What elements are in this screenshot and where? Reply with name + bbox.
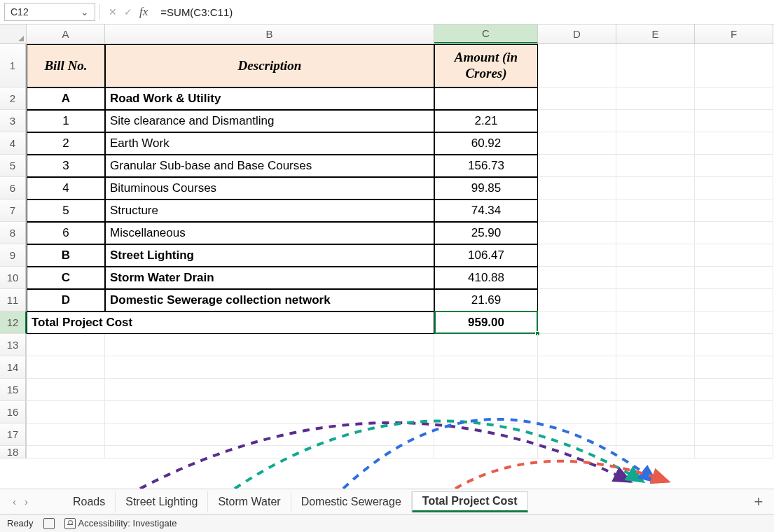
cell[interactable] bbox=[616, 132, 695, 155]
cell-amount[interactable]: 99.85 bbox=[434, 177, 538, 200]
cell[interactable] bbox=[695, 312, 773, 334]
cell[interactable] bbox=[27, 446, 105, 458]
cell-billno[interactable]: A bbox=[27, 88, 105, 110]
cell[interactable] bbox=[616, 244, 695, 267]
cell[interactable] bbox=[538, 44, 616, 88]
cell[interactable] bbox=[434, 379, 538, 401]
cell[interactable] bbox=[538, 222, 616, 244]
cell[interactable] bbox=[695, 88, 773, 110]
sheet-tab[interactable]: Domestic Sewerage bbox=[291, 491, 412, 512]
cell-billno[interactable]: 2 bbox=[27, 132, 105, 155]
total-label-cell[interactable]: Total Project Cost bbox=[27, 312, 434, 334]
name-box[interactable]: C12 ⌄ bbox=[4, 3, 95, 21]
cell[interactable] bbox=[538, 88, 616, 110]
cell[interactable] bbox=[695, 334, 773, 356]
row-header[interactable]: 15 bbox=[0, 379, 27, 401]
row-header[interactable]: 9 bbox=[0, 244, 27, 267]
cell[interactable] bbox=[695, 244, 773, 267]
row-header[interactable]: 6 bbox=[0, 177, 27, 200]
col-header-B[interactable]: B bbox=[105, 24, 434, 43]
cell-description[interactable]: Earth Work bbox=[105, 132, 434, 155]
cell-billno[interactable]: C bbox=[27, 267, 105, 289]
cell[interactable] bbox=[616, 312, 695, 334]
cell[interactable] bbox=[27, 379, 105, 401]
cell[interactable] bbox=[616, 356, 695, 379]
cell[interactable] bbox=[695, 289, 773, 312]
cell[interactable] bbox=[616, 424, 695, 446]
col-header-C[interactable]: C bbox=[434, 24, 538, 43]
cell[interactable] bbox=[105, 401, 434, 424]
cell[interactable] bbox=[695, 356, 773, 379]
cell[interactable] bbox=[616, 110, 695, 132]
cell-billno[interactable]: 6 bbox=[27, 222, 105, 244]
cell-amount[interactable]: 156.73 bbox=[434, 155, 538, 177]
row-header[interactable]: 17 bbox=[0, 424, 27, 446]
sheet-tab[interactable]: Total Project Cost bbox=[412, 491, 528, 512]
cancel-icon[interactable]: ✕ bbox=[109, 6, 117, 18]
cell-billno[interactable]: D bbox=[27, 289, 105, 312]
prev-sheet-icon[interactable]: ‹ bbox=[13, 496, 16, 507]
cell-billno[interactable]: 4 bbox=[27, 177, 105, 200]
cell[interactable] bbox=[105, 356, 434, 379]
col-header-A[interactable]: A bbox=[27, 24, 105, 43]
cell-description[interactable]: Domestic Sewerage collection network bbox=[105, 289, 434, 312]
row-header[interactable]: 13 bbox=[0, 334, 27, 356]
cell[interactable] bbox=[538, 312, 616, 334]
enter-check-icon[interactable]: ✓ bbox=[124, 6, 132, 18]
cell[interactable] bbox=[616, 334, 695, 356]
cell-amount[interactable]: 2.21 bbox=[434, 110, 538, 132]
sheet-tab[interactable]: Street Lighting bbox=[116, 491, 208, 512]
cell-billno[interactable]: 5 bbox=[27, 200, 105, 222]
cell-amount[interactable]: 106.47 bbox=[434, 244, 538, 267]
cell[interactable] bbox=[538, 424, 616, 446]
chevron-down-icon[interactable]: ⌄ bbox=[81, 6, 89, 18]
cell[interactable] bbox=[434, 446, 538, 458]
cell[interactable] bbox=[616, 379, 695, 401]
row-header[interactable]: 2 bbox=[0, 88, 27, 110]
cell-description[interactable]: Structure bbox=[105, 200, 434, 222]
row-header[interactable]: 18 bbox=[0, 446, 27, 458]
formula-input[interactable]: =SUM(C3:C11) bbox=[156, 3, 770, 21]
cell-description[interactable]: Road Work & Utility bbox=[105, 88, 434, 110]
cell[interactable] bbox=[538, 200, 616, 222]
cell[interactable] bbox=[434, 424, 538, 446]
accessibility-status[interactable]: Accessibility: Investigate bbox=[64, 518, 177, 529]
row-header[interactable]: 11 bbox=[0, 289, 27, 312]
cell-billno[interactable]: B bbox=[27, 244, 105, 267]
cell[interactable] bbox=[695, 222, 773, 244]
cell[interactable] bbox=[538, 132, 616, 155]
cell-description[interactable]: Bituminous Courses bbox=[105, 177, 434, 200]
cell[interactable] bbox=[105, 424, 434, 446]
cell[interactable] bbox=[695, 132, 773, 155]
cell[interactable] bbox=[105, 334, 434, 356]
row-header[interactable]: 7 bbox=[0, 200, 27, 222]
cell[interactable] bbox=[538, 379, 616, 401]
row-header[interactable]: 1 bbox=[0, 44, 27, 88]
cell[interactable] bbox=[538, 244, 616, 267]
cell[interactable] bbox=[616, 289, 695, 312]
macro-record-icon[interactable] bbox=[43, 518, 55, 529]
cell[interactable] bbox=[616, 88, 695, 110]
cell[interactable] bbox=[695, 267, 773, 289]
header-description[interactable]: Description bbox=[105, 44, 434, 88]
header-amount[interactable]: Amount (in Crores) bbox=[434, 44, 538, 88]
cell-description[interactable]: Storm Water Drain bbox=[105, 267, 434, 289]
cell[interactable] bbox=[616, 267, 695, 289]
cell[interactable] bbox=[695, 401, 773, 424]
cell[interactable] bbox=[695, 379, 773, 401]
cell[interactable] bbox=[27, 401, 105, 424]
cell[interactable] bbox=[105, 446, 434, 458]
cell[interactable] bbox=[695, 110, 773, 132]
cell-amount[interactable]: 74.34 bbox=[434, 200, 538, 222]
row-header[interactable]: 14 bbox=[0, 356, 27, 379]
cell-amount[interactable]: 60.92 bbox=[434, 132, 538, 155]
cell[interactable] bbox=[616, 446, 695, 458]
row-header[interactable]: 5 bbox=[0, 155, 27, 177]
cell-description[interactable]: Site clearance and Dismantling bbox=[105, 110, 434, 132]
cell[interactable] bbox=[538, 289, 616, 312]
add-sheet-button[interactable]: + bbox=[749, 492, 768, 512]
select-all-corner[interactable] bbox=[0, 24, 27, 43]
cell[interactable] bbox=[616, 401, 695, 424]
col-header-F[interactable]: F bbox=[695, 24, 773, 43]
cell-description[interactable]: Granular Sub-base and Base Courses bbox=[105, 155, 434, 177]
